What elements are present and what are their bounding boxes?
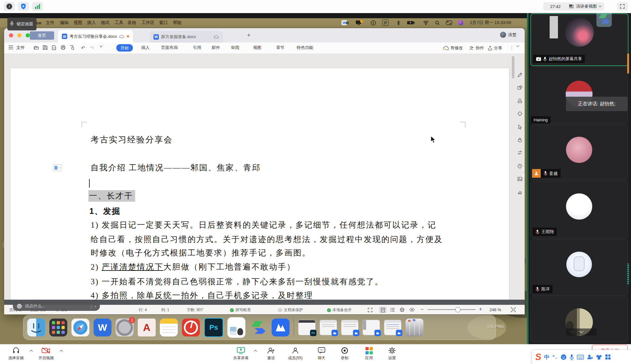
network-stats-icon[interactable]: [32, 2, 43, 11]
select-cursor-icon[interactable]: [516, 124, 523, 131]
collaborate-button[interactable]: 协作: [469, 45, 484, 51]
meeting-info-icon[interactable]: i: [4, 2, 15, 11]
photo-viewer-icon[interactable]: [227, 317, 245, 338]
menu-tools[interactable]: 工具: [115, 18, 123, 27]
chat-input-placeholder[interactable]: 说点什么...: [25, 303, 45, 309]
minimized-window-photoshop[interactable]: Ps: [298, 320, 316, 335]
tencent-meeting-icon[interactable]: [272, 319, 290, 336]
lock-view-button[interactable]: 锁定画面: [7, 18, 37, 30]
target-icon[interactable]: [516, 110, 523, 117]
wps-status-icon[interactable]: W !: [341, 20, 349, 26]
zoom-slider-thumb[interactable]: [455, 307, 461, 312]
hamburger-menu-icon[interactable]: [8, 45, 13, 50]
ime-keyboard-icon[interactable]: [577, 355, 584, 360]
chat-quick-bar[interactable]: 说点什么... | ‹: [13, 301, 100, 311]
local-backup-toggle[interactable]: ✓ 本地备份开: [327, 307, 352, 313]
lock-icon[interactable]: [516, 136, 523, 143]
collapse-ribbon-icon[interactable]: [516, 45, 520, 47]
ime-account-icon[interactable]: 35: [587, 354, 593, 360]
screen-share-status-icon[interactable]: [356, 20, 363, 26]
minimized-window-document[interactable]: [320, 320, 337, 335]
zoom-in-button[interactable]: +: [479, 306, 482, 313]
ime-mic-icon[interactable]: [570, 354, 574, 360]
open-file-icon[interactable]: [34, 45, 39, 50]
menu-help[interactable]: 帮助: [173, 18, 182, 27]
ribbon-tab-mailings[interactable]: 邮件: [212, 45, 220, 51]
record-button[interactable]: 录制: [334, 346, 355, 361]
netease-music-icon[interactable]: [182, 319, 200, 336]
doc-protect-toggle[interactable]: 文档未保护: [278, 307, 303, 313]
menu-format[interactable]: 格式: [101, 18, 110, 27]
autocad-icon[interactable]: A: [138, 319, 156, 336]
ime-punctuation[interactable]: °’，: [553, 354, 558, 360]
toolbar-more-icon[interactable]: [100, 45, 103, 48]
new-tab-button[interactable]: +: [247, 32, 250, 39]
menu-workspace[interactable]: 工作区: [142, 18, 155, 27]
share-screen-button[interactable]: 共享屏幕: [229, 346, 252, 361]
tab-document-active[interactable]: W 考古实习经验分享会.docx: [58, 30, 133, 43]
ribbon-tab-references[interactable]: 引用: [193, 45, 201, 51]
finder-icon[interactable]: [27, 319, 45, 336]
document-page[interactable]: 考古实习经验分享会 自我介绍 工地情况———邾国、焦家、青邱 一、长才干 1、发…: [11, 68, 509, 300]
menu-view[interactable]: 视图: [74, 18, 82, 27]
collapse-chat-icon[interactable]: ‹: [95, 304, 96, 309]
screen-tool-icon[interactable]: [250, 319, 267, 336]
strip-scrollbar-striped[interactable]: [627, 263, 629, 285]
outline-view-icon[interactable]: [390, 308, 395, 312]
spotlight-search-icon[interactable]: [435, 20, 440, 26]
ribbon-tab-review[interactable]: 审阅: [231, 45, 239, 51]
notes-icon[interactable]: [160, 319, 178, 336]
fullscreen-button[interactable]: [617, 2, 628, 11]
fit-page-icon[interactable]: [511, 307, 516, 312]
launchpad-icon[interactable]: [49, 319, 67, 336]
ribbon-tab-view[interactable]: 视图: [253, 45, 261, 51]
ime-mode-chinese[interactable]: 中: [544, 353, 550, 361]
fullscreen-mode-icon[interactable]: [368, 308, 373, 312]
export-pdf-icon[interactable]: PDF: [52, 45, 56, 50]
ime-emoji-icon[interactable]: [561, 354, 567, 360]
view-mode-selector[interactable]: 演讲者视图: [566, 2, 604, 11]
tab-home[interactable]: 首页: [30, 31, 54, 40]
strip-scrollbar-orange[interactable]: [627, 53, 629, 74]
bluetooth-icon[interactable]: [397, 20, 400, 26]
participant-tile[interactable]: 姜越: [530, 125, 628, 180]
shapes-icon[interactable]: [516, 84, 523, 91]
swap-icon[interactable]: [516, 149, 523, 156]
participant-tile[interactable]: 王雨翔: [530, 181, 628, 239]
redo-icon[interactable]: ↷: [90, 45, 94, 51]
video-start-button[interactable]: 开启视频: [33, 346, 59, 361]
apps-button[interactable]: 应用: [359, 346, 379, 361]
web-view-icon[interactable]: [400, 307, 405, 312]
minimized-window-list[interactable]: [384, 320, 401, 335]
menu-file[interactable]: 文件: [46, 18, 54, 27]
tab-document-2[interactable]: W 探方发掘准备.docx: [150, 31, 223, 43]
save-icon[interactable]: [43, 45, 48, 50]
vertical-scrollbar[interactable]: [512, 56, 514, 78]
ribbon-more-icon[interactable]: ⋮: [510, 45, 514, 50]
settings-button[interactable]: 设置: [382, 346, 402, 361]
account-area[interactable]: 清楚: [500, 32, 516, 38]
minimize-window-button[interactable]: [17, 33, 21, 37]
scroll-more-button[interactable]: [566, 328, 597, 336]
chat-button[interactable]: 聊天: [311, 346, 332, 361]
share-button[interactable]: 分享: [488, 45, 502, 51]
sogou-logo[interactable]: S: [535, 352, 542, 362]
ribbon-tab-section[interactable]: 章节: [276, 45, 284, 51]
wifi-icon[interactable]: [423, 20, 429, 26]
ime-skin-icon[interactable]: [596, 354, 602, 360]
safari-icon[interactable]: [71, 319, 89, 336]
zoom-percent[interactable]: 248 %: [489, 307, 501, 312]
participant-tile[interactable]: [530, 297, 628, 342]
ribbon-tab-features[interactable]: 特色功能: [297, 45, 313, 51]
ribbon-tab-pagelayout[interactable]: 页面布局: [161, 45, 178, 51]
menubar-clock[interactable]: 2月7日 周一 15:33:00: [470, 18, 511, 27]
zoom-out-button[interactable]: −: [421, 306, 424, 313]
zoom-slider-track[interactable]: [428, 309, 476, 310]
menu-insert[interactable]: 插入: [87, 18, 96, 27]
ribbon-file-menu[interactable]: 文件: [16, 45, 25, 51]
audio-options-caret[interactable]: [29, 350, 33, 352]
input-method-icon[interactable]: 拼: [382, 20, 389, 26]
system-preferences-icon[interactable]: 1: [116, 319, 134, 336]
ribbon-tab-start[interactable]: 开始: [116, 44, 133, 52]
close-window-button[interactable]: [9, 33, 13, 37]
